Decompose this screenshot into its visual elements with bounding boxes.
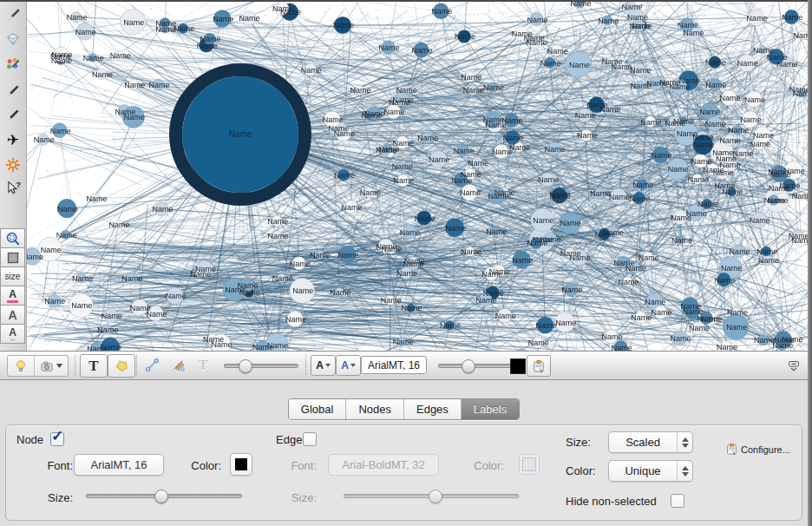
color-painter-tool-button[interactable] <box>2 54 24 75</box>
tab-global[interactable]: Global <box>289 399 346 419</box>
tab-labels[interactable]: Labels <box>461 399 519 419</box>
background-screenshot-group <box>7 355 69 377</box>
stepper-arrows-icon <box>677 432 692 452</box>
screenshot-button[interactable] <box>34 356 68 376</box>
slider-thumb[interactable] <box>462 359 475 373</box>
configure-button[interactable]: Configure... <box>725 443 790 456</box>
selection-tools-group: size A A A↔ <box>0 229 25 344</box>
cursor-help-icon: ? <box>5 181 21 196</box>
options-color-label: Color: <box>566 464 596 477</box>
attributes-settings-button[interactable] <box>527 355 551 377</box>
heatmap-tool-button[interactable] <box>2 155 24 175</box>
node-labels-checkbox[interactable] <box>50 432 64 446</box>
edge-weight-slider[interactable] <box>224 359 298 371</box>
collapse-panel-button[interactable] <box>785 358 802 373</box>
hull-icon <box>115 358 129 373</box>
label-pencil-tool-button[interactable] <box>2 105 24 126</box>
collapse-icon <box>788 360 800 371</box>
slider-thumb[interactable] <box>239 359 252 373</box>
node-section-label: Node <box>16 433 43 446</box>
painter-tool-button[interactable] <box>2 5 24 26</box>
node-color-swatch <box>235 458 247 470</box>
shortest-path-tool-button[interactable]: ✈ <box>2 129 24 150</box>
svg-text:?: ? <box>16 181 21 189</box>
edge-icon <box>145 358 160 372</box>
show-node-labels-button[interactable]: T <box>80 354 108 378</box>
node-font-button[interactable]: A <box>311 355 336 376</box>
size-mode-dropdown[interactable]: Scaled <box>608 431 693 453</box>
show-hulls-button[interactable] <box>108 354 135 378</box>
node-label-color-button[interactable] <box>230 453 252 476</box>
font-size-slider[interactable] <box>438 359 512 371</box>
visualization-toolbar: T T A <box>0 351 808 380</box>
slider-track <box>224 364 298 368</box>
size-mode-value: Scaled <box>609 436 677 449</box>
graph-canvas[interactable] <box>27 2 808 351</box>
camera-icon <box>40 359 54 373</box>
edge-font-value-button[interactable]: Arial-BoldMT, 32 <box>328 454 439 476</box>
paintbrush-icon <box>5 8 21 23</box>
stepper-arrows-icon <box>677 461 692 481</box>
edge-font-button[interactable]: A <box>336 355 361 376</box>
hide-non-selected-label: Hide non-selected <box>566 495 657 508</box>
window-right-divider[interactable] <box>808 0 812 526</box>
clipboard-icon <box>532 359 546 373</box>
node-color-label: Color: <box>183 459 221 472</box>
rect-select-button[interactable] <box>0 247 25 267</box>
palette-icon <box>5 56 21 72</box>
settings-tab-bar: Global Nodes Edges Labels <box>0 379 808 425</box>
tab-edges[interactable]: Edges <box>403 399 461 419</box>
gem-tool-button[interactable] <box>2 29 24 49</box>
edit-tool-button[interactable]: ? <box>2 178 24 199</box>
zoom-select-button[interactable] <box>0 228 25 248</box>
edge-source-color-button[interactable] <box>166 354 190 376</box>
toolbar-separator <box>305 355 306 375</box>
dropdown-arrow-icon <box>325 364 331 367</box>
edge-rainbow-icon <box>171 358 186 372</box>
show-edges-button[interactable] <box>140 354 164 376</box>
slider-thumb[interactable] <box>429 490 442 503</box>
color-mode-value: Unique <box>609 464 677 477</box>
airplane-icon: ✈ <box>7 131 19 149</box>
edge-label-size-slider[interactable] <box>344 490 519 502</box>
sun-gear-icon <box>5 157 21 173</box>
toolbar-separator <box>136 355 137 375</box>
font-A-blue-icon: A <box>341 359 349 371</box>
default-label-color-swatch[interactable] <box>510 358 526 374</box>
settings-tabs: Global Nodes Edges Labels <box>288 398 520 420</box>
edge-color-swatch <box>522 457 536 471</box>
color-mode-dropdown[interactable]: Unique <box>608 460 693 482</box>
tools-sidebar: ✈ ? <box>0 2 27 351</box>
hide-non-selected-checkbox[interactable] <box>671 494 684 508</box>
label-scale-tool-button[interactable]: A↔ <box>0 324 25 344</box>
background-color-button[interactable] <box>8 356 34 376</box>
label-size-icon: A <box>8 309 16 321</box>
edge-font-label: Font: <box>285 459 317 472</box>
label-size-tool-button[interactable]: A <box>0 305 25 325</box>
diamond-icon <box>5 31 21 47</box>
size-tool-label: size <box>5 272 21 281</box>
sizer-tool-button[interactable] <box>2 81 24 102</box>
dropdown-arrow-icon <box>350 364 356 367</box>
font-A-icon: A <box>316 359 324 371</box>
node-labels-T-icon: T <box>88 358 98 373</box>
edge-labels-T-icon: T <box>198 358 207 372</box>
edge-label-color-button[interactable] <box>519 454 540 475</box>
edge-color-label: Color: <box>466 459 504 472</box>
slider-thumb[interactable] <box>154 490 168 503</box>
tab-nodes[interactable]: Nodes <box>345 399 403 419</box>
pencil-icon <box>5 83 21 99</box>
node-font-label: Font: <box>43 459 73 472</box>
edge-labels-checkbox[interactable] <box>303 432 317 446</box>
size-tool-button[interactable]: size <box>0 266 25 286</box>
show-edge-labels-button[interactable]: T <box>192 354 214 376</box>
label-scale-icon: A↔ <box>9 327 16 341</box>
dropdown-arrow-icon <box>56 364 62 368</box>
node-label-size-slider[interactable] <box>86 490 242 502</box>
configure-button-label: Configure... <box>741 444 790 455</box>
label-color-tool-button[interactable]: A <box>0 286 25 306</box>
font-field[interactable] <box>361 356 427 374</box>
magnifier-icon <box>5 231 21 247</box>
options-size-label: Size: <box>566 436 591 449</box>
node-font-value-button[interactable]: ArialMT, 16 <box>74 454 164 476</box>
